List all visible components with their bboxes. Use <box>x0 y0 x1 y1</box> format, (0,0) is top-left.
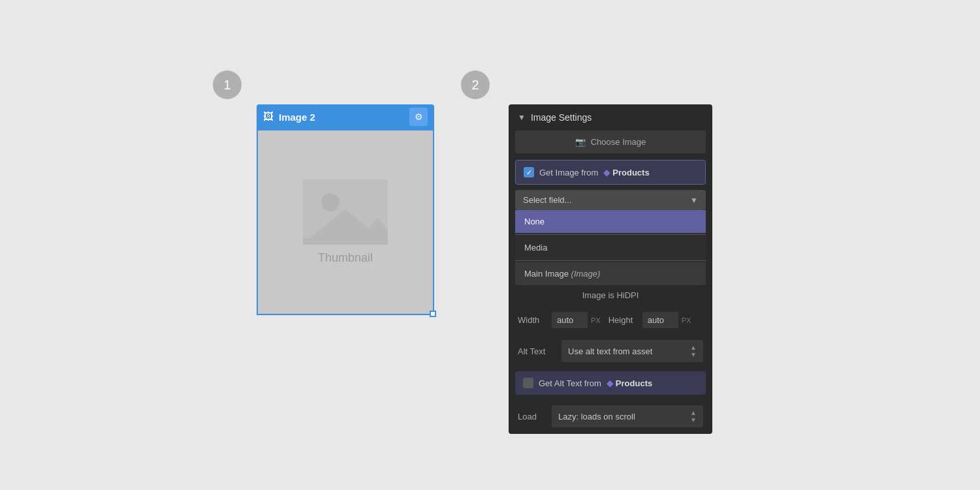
alt-products-badge: ◆ Products <box>607 378 652 388</box>
alt-text-row: Alt Text Use alt text from asset ▲▼ <box>509 335 712 367</box>
get-image-from-row[interactable]: ✓ Get Image from ◆ Products <box>515 160 706 185</box>
thumbnail-placeholder-icon <box>303 179 388 245</box>
products-badge: ◆ Products <box>603 168 649 177</box>
panel-collapse-arrow[interactable]: ▼ <box>518 113 526 122</box>
panel-header: ▼ Image Settings <box>509 104 712 130</box>
hidpi-label: Image is HiDPI <box>582 290 639 300</box>
option-main-image-label: Main Image <box>524 269 571 279</box>
step-2-number: 2 <box>471 78 479 93</box>
divider <box>515 234 706 235</box>
alt-diamond-icon: ◆ <box>607 378 613 388</box>
get-alt-text-label: Get Alt Text from <box>539 378 601 388</box>
option-none-label: None <box>524 217 545 226</box>
select-field-dropdown[interactable]: Select field... ▼ <box>515 190 706 210</box>
alt-products-label: Products <box>616 378 652 388</box>
step-1-number: 1 <box>223 78 230 93</box>
alt-text-select[interactable]: Use alt text from asset ▲▼ <box>561 340 703 362</box>
get-alt-checkbox[interactable] <box>523 378 533 388</box>
gear-icon: ⚙ <box>415 112 423 122</box>
step-badge-1: 1 <box>213 70 242 99</box>
alt-text-select-arrow: ▲▼ <box>690 344 697 358</box>
width-label: Width <box>518 315 544 325</box>
height-label: Height <box>609 315 635 325</box>
dimensions-row: Width auto PX Height auto PX <box>509 305 712 335</box>
diamond-icon: ◆ <box>603 168 610 177</box>
height-unit: PX <box>682 316 691 324</box>
image-widget-title: Image 2 <box>279 112 404 123</box>
resize-handle[interactable] <box>430 311 436 317</box>
image-widget-icon: 🖼 <box>263 111 274 123</box>
height-input[interactable]: auto <box>642 312 678 328</box>
dropdown-option-main-image[interactable]: Main Image (Image) <box>515 262 706 285</box>
option-main-image-type: (Image) <box>571 269 601 279</box>
width-unit: PX <box>591 316 601 324</box>
choose-image-button[interactable]: 📷 Choose Image <box>515 130 706 153</box>
image-widget-header: 🖼 Image 2 ⚙ <box>257 104 434 129</box>
alt-text-value: Use alt text from asset <box>568 346 652 356</box>
svg-point-1 <box>321 193 340 211</box>
hidpi-row: Image is HiDPI <box>509 285 712 305</box>
dropdown-arrow-icon: ▼ <box>690 196 698 205</box>
settings-panel: ▼ Image Settings 📷 Choose Image ✓ Get Im… <box>509 104 712 434</box>
load-row: Load Lazy: loads on scroll ▲▼ <box>509 399 712 434</box>
load-select[interactable]: Lazy: loads on scroll ▲▼ <box>552 405 703 427</box>
load-select-arrow: ▲▼ <box>690 409 697 423</box>
dropdown-options-list: None Media Main Image (Image) <box>515 210 706 285</box>
dropdown-option-none[interactable]: None <box>515 210 706 233</box>
get-image-checkbox[interactable]: ✓ <box>524 167 534 177</box>
gear-settings-button[interactable]: ⚙ <box>409 108 428 126</box>
load-value: Lazy: loads on scroll <box>558 412 635 421</box>
image-thumbnail-box: Thumbnail <box>257 129 434 315</box>
panel-title: Image Settings <box>531 112 592 123</box>
choose-image-label: Choose Image <box>591 137 646 147</box>
get-alt-text-row[interactable]: Get Alt Text from ◆ Products <box>515 371 706 395</box>
camera-icon: 📷 <box>575 137 586 147</box>
image-widget: 🖼 Image 2 ⚙ Thumbnail <box>257 104 434 315</box>
select-field-value: Select field... <box>523 195 571 205</box>
width-input[interactable]: auto <box>552 312 588 328</box>
option-media-label: Media <box>524 243 547 253</box>
get-image-label: Get Image from <box>539 168 598 177</box>
load-label: Load <box>518 412 544 421</box>
alt-text-label: Alt Text <box>518 346 554 356</box>
thumbnail-label: Thumbnail <box>318 251 373 265</box>
step-badge-2: 2 <box>461 70 490 99</box>
dropdown-option-media[interactable]: Media <box>515 236 706 259</box>
divider-2 <box>515 260 706 261</box>
products-label: Products <box>612 168 649 177</box>
